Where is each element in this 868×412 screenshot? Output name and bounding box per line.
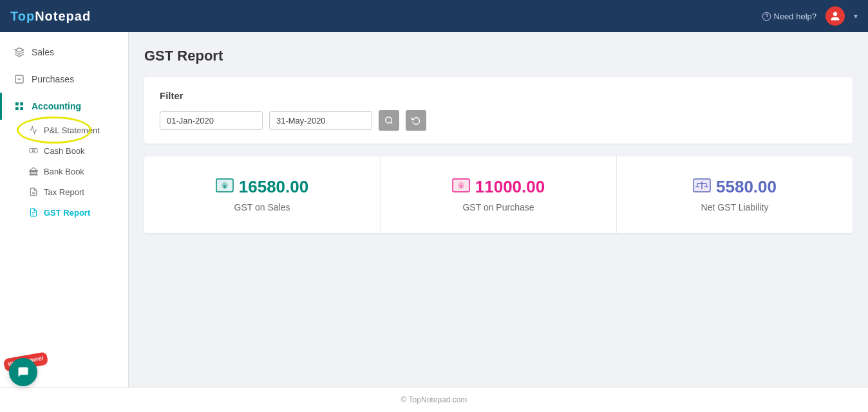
sidebar-label-purchases: Purchases xyxy=(32,74,74,84)
filter-card: Filter xyxy=(144,77,853,144)
svg-marker-2 xyxy=(15,48,23,52)
sidebar-label-cash-book: Cash Book xyxy=(44,146,85,156)
gst-purchase-label: GST on Purchase xyxy=(396,202,601,212)
cash-icon xyxy=(28,145,39,156)
svg-rect-9 xyxy=(30,149,37,153)
sidebar-sub-cash-book[interactable]: Cash Book xyxy=(0,140,128,161)
need-help-label: Need help? xyxy=(774,12,817,21)
from-date-input[interactable] xyxy=(160,111,263,130)
file-text-icon xyxy=(28,187,39,197)
top-navigation: TopNotepad Need help? ▾ xyxy=(0,0,868,32)
cash-purchase-icon: ! xyxy=(452,178,470,196)
reset-icon xyxy=(411,116,420,125)
svg-text:!: ! xyxy=(460,183,462,189)
money-icon-pink: ! xyxy=(452,178,470,192)
search-icon xyxy=(384,116,393,125)
sidebar-label-gst-report: GST Report xyxy=(44,208,90,218)
sidebar-label-accounting: Accounting xyxy=(32,101,81,111)
cash-sales-icon: $ xyxy=(216,178,234,196)
stat-gst-on-sales: $ 16580.00 GST on Sales xyxy=(144,156,381,233)
svg-line-24 xyxy=(391,122,393,124)
page-title: GST Report xyxy=(144,48,853,64)
sidebar-sub-bank-book[interactable]: Bank Book xyxy=(0,161,128,182)
gst-sales-label: GST on Sales xyxy=(160,202,364,212)
app-logo[interactable]: TopNotepad xyxy=(10,9,91,24)
sidebar-label-tax-report: Tax Report xyxy=(44,187,84,197)
sidebar-item-accounting[interactable]: Accounting xyxy=(0,93,128,120)
topnav-right: Need help? ▾ xyxy=(762,6,858,26)
net-gst-label: Net GST Liability xyxy=(632,202,837,212)
svg-rect-6 xyxy=(20,102,23,106)
footer: © TopNotepad.com xyxy=(0,387,868,412)
filter-icon xyxy=(187,91,196,100)
to-date-input[interactable] xyxy=(269,111,372,130)
bank-icon xyxy=(28,166,39,176)
filter-row xyxy=(160,110,837,131)
main-layout: Sales Purchases Accounting P&L Statement xyxy=(0,32,868,412)
svg-rect-5 xyxy=(15,102,19,106)
gst-on-purchase-amount: ! 11000.00 xyxy=(396,177,601,197)
grid-icon xyxy=(14,100,25,112)
sidebar-item-purchases[interactable]: Purchases xyxy=(0,66,128,93)
gst-on-sales-amount: $ 16580.00 xyxy=(160,177,364,197)
filter-label: Filter xyxy=(160,90,837,101)
user-icon xyxy=(830,11,840,21)
gst-sales-value: 16580.00 xyxy=(239,177,308,197)
reset-button[interactable] xyxy=(406,110,426,131)
svg-rect-18 xyxy=(30,174,37,175)
net-gst-value: 5580.00 xyxy=(716,177,777,197)
chart-line-icon xyxy=(28,125,39,135)
svg-point-10 xyxy=(32,149,35,152)
svg-rect-8 xyxy=(20,107,23,110)
scale-icon xyxy=(693,178,711,192)
chat-button[interactable] xyxy=(9,358,37,386)
net-gst-amount: 5580.00 xyxy=(632,177,837,197)
svg-text:$: $ xyxy=(223,183,227,189)
help-icon xyxy=(762,12,771,21)
gst-purchase-value: 11000.00 xyxy=(475,177,545,197)
sidebar-label-pl-statement: P&L Statement xyxy=(44,126,100,135)
main-content: GST Report Filter xyxy=(129,32,868,412)
sidebar-label-sales: Sales xyxy=(32,47,54,57)
user-avatar[interactable] xyxy=(826,6,845,26)
search-button[interactable] xyxy=(379,110,399,131)
logo-text-rest: Notepad xyxy=(35,9,91,23)
sidebar-label-bank-book: Bank Book xyxy=(44,167,84,176)
layers-icon xyxy=(14,46,25,58)
svg-marker-12 xyxy=(30,167,37,171)
sidebar-sub-gst-report[interactable]: GST Report xyxy=(0,202,128,223)
sidebar-item-sales[interactable]: Sales xyxy=(0,39,128,66)
copyright-text: © TopNotepad.com xyxy=(401,395,467,404)
minus-square-icon xyxy=(14,73,25,85)
sidebar-sub-pl-statement[interactable]: P&L Statement xyxy=(0,120,128,140)
file-list-icon xyxy=(28,207,39,218)
user-dropdown-caret[interactable]: ▾ xyxy=(854,12,858,21)
chat-icon xyxy=(17,366,30,379)
balance-icon xyxy=(693,178,711,196)
svg-point-23 xyxy=(386,117,392,123)
sidebar: Sales Purchases Accounting P&L Statement xyxy=(0,32,129,412)
stat-net-gst-liability: 5580.00 Net GST Liability xyxy=(617,156,853,233)
stat-gst-on-purchase: ! 11000.00 GST on Purchase xyxy=(381,156,617,233)
svg-rect-7 xyxy=(15,107,19,110)
money-icon-green: $ xyxy=(216,178,234,192)
need-help-button[interactable]: Need help? xyxy=(762,12,817,21)
stats-card: $ 16580.00 GST on Sales ! xyxy=(144,156,853,233)
sidebar-sub-tax-report[interactable]: Tax Report xyxy=(0,182,128,202)
logo-text: Top xyxy=(10,9,35,23)
